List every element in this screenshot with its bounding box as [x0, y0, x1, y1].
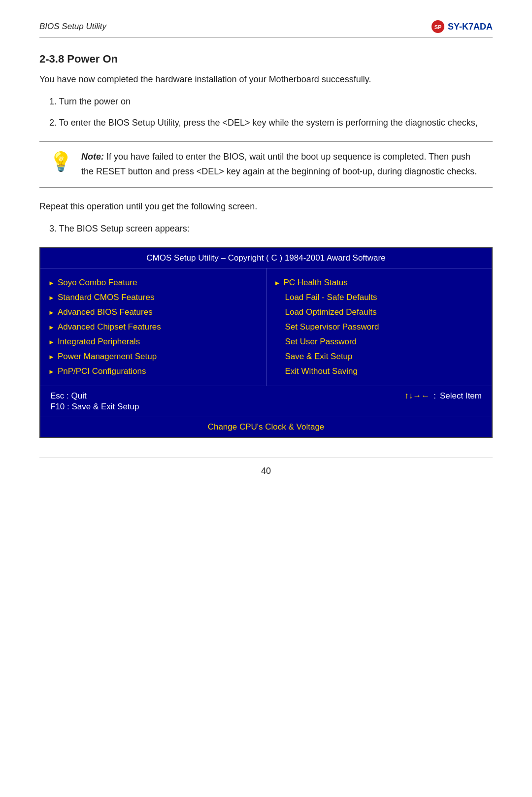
soyo-icon: SP: [431, 20, 445, 33]
colon-separator: :: [433, 391, 436, 401]
bios-left-col: ► Soyo Combo Feature ► Standard CMOS Fea…: [40, 268, 266, 386]
svg-text:SP: SP: [434, 24, 442, 30]
arrow-icon: ►: [48, 338, 55, 346]
list-item: Load Fail - Safe Defaults: [274, 290, 482, 305]
brand-name: SY-K7ADA: [448, 22, 493, 32]
list-item: Set User Password: [274, 334, 482, 349]
bios-title-bar: CMOS Setup Utility – Copyright ( C ) 198…: [40, 248, 492, 268]
page-header: BIOS Setup Utility SP SY-K7ADA: [39, 20, 493, 38]
list-item: Save & Exit Setup: [274, 349, 482, 364]
bios-change-cpu-row: Change CPU's Clock & Voltage: [40, 417, 492, 437]
list-item: ► Soyo Combo Feature: [48, 275, 256, 290]
arrow-icon: ►: [48, 368, 55, 375]
arrow-icon: ►: [48, 279, 55, 287]
bios-screen: CMOS Setup Utility – Copyright ( C ) 198…: [39, 247, 493, 438]
note-text: Note: If you have failed to enter the BI…: [81, 150, 483, 179]
list-item: ► Advanced BIOS Features: [48, 305, 256, 320]
esc-quit-label: Esc : Quit: [50, 391, 139, 401]
step-2: 2. To enter the BIOS Setup Utility, pres…: [49, 116, 493, 130]
list-item: Exit Without Saving: [274, 364, 482, 379]
bios-footer: Esc : Quit F10 : Save & Exit Setup ↑↓→← …: [40, 386, 492, 417]
page-number: 40: [261, 466, 271, 476]
arrow-icon: ►: [48, 294, 55, 301]
bios-footer-right: ↑↓→← : Select Item: [404, 391, 482, 401]
list-item: ► Standard CMOS Features: [48, 290, 256, 305]
brand-logo: SP SY-K7ADA: [431, 20, 493, 33]
list-item: ► Power Management Setup: [48, 349, 256, 364]
nav-arrows-icon: ↑↓→←: [404, 391, 430, 401]
bios-outer-box: CMOS Setup Utility – Copyright ( C ) 198…: [39, 247, 493, 438]
list-item: ► Advanced Chipset Features: [48, 320, 256, 334]
arrow-icon: ►: [48, 309, 55, 316]
step-3: 3. The BIOS Setup screen appears:: [49, 222, 493, 236]
section-heading: 2-3.8 Power On: [39, 53, 493, 66]
arrow-icon: ►: [48, 324, 55, 331]
note-box: 💡 Note: If you have failed to enter the …: [39, 141, 493, 187]
list-item: Load Optimized Defaults: [274, 305, 482, 320]
bios-footer-left: Esc : Quit F10 : Save & Exit Setup: [50, 391, 139, 412]
list-item: ► PC Health Status: [274, 275, 482, 290]
list-item: ► Integrated Peripherals: [48, 334, 256, 349]
step-1: 1. Turn the power on: [49, 95, 493, 109]
list-item: Set Supervisor Password: [274, 320, 482, 334]
f10-label: F10 : Save & Exit Setup: [50, 402, 139, 412]
list-item: ► PnP/PCI Configurations: [48, 364, 256, 379]
bulb-icon: 💡: [49, 151, 72, 172]
bios-menu-area: ► Soyo Combo Feature ► Standard CMOS Fea…: [40, 268, 492, 386]
bios-right-col: ► PC Health Status Load Fail - Safe Defa…: [266, 268, 492, 386]
select-item-label: Select Item: [440, 391, 482, 401]
arrow-icon: ►: [48, 353, 55, 361]
arrow-icon: ►: [274, 279, 281, 287]
document-title: BIOS Setup Utility: [39, 22, 106, 32]
repeat-text: Repeat this operation until you get the …: [39, 199, 493, 214]
intro-text: You have now completed the hardware inst…: [39, 72, 493, 87]
page-footer: 40: [39, 458, 493, 476]
